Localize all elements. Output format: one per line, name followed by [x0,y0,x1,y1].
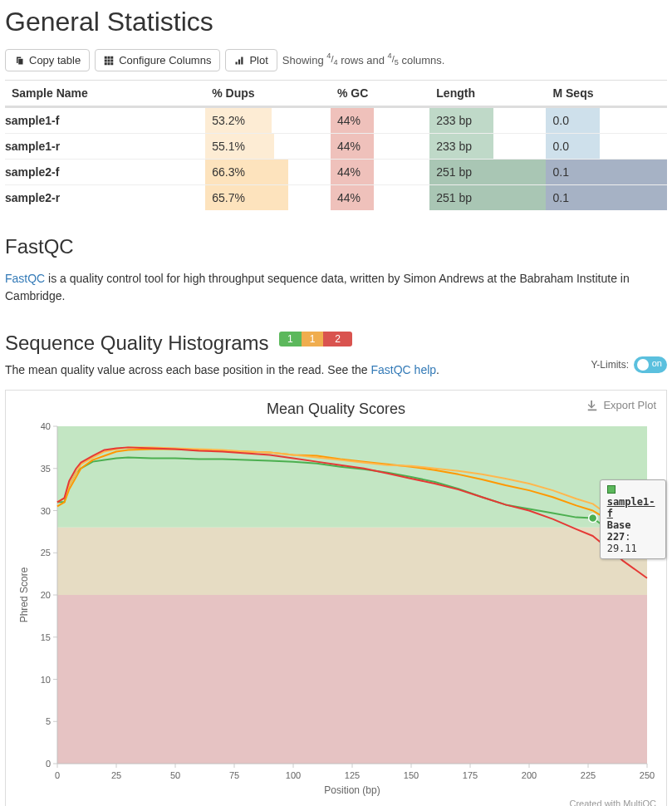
fastqc-description: FastQC is a quality control tool for hig… [5,270,667,305]
length-cell: 251 bp [429,160,546,185]
ylimits-toggle[interactable]: on [634,356,667,373]
svg-text:75: 75 [229,770,239,780]
quality-plot[interactable]: 0510152025303540025507510012515017520022… [16,423,655,797]
svg-text:Phred Score: Phred Score [18,567,30,622]
fastqc-title: FastQC [5,235,667,258]
badge-fail: 2 [323,332,352,346]
plot-title: Mean Quality Scores [16,401,656,418]
gc-cell: 44% [331,185,429,211]
sample-name-cell[interactable]: sample1-r [5,134,205,160]
svg-point-47 [589,514,597,523]
svg-text:35: 35 [41,464,51,474]
table-row: sample1-r55.1%44%233 bp0.0 [5,134,667,160]
gc-cell: 44% [331,107,429,134]
section-title: Sequence Quality Histograms [5,332,268,355]
showing-text: Showing 4/4 rows and 4/5 columns. [282,53,445,68]
column-header[interactable]: % Dups [205,81,331,107]
dups-cell: 53.2% [205,107,331,134]
svg-text:125: 125 [345,770,360,780]
badge-warn: 1 [302,332,324,346]
plot-button[interactable]: Plot [225,49,277,71]
copy-table-label: Copy table [29,54,81,66]
svg-text:0: 0 [55,770,60,780]
fastqc-link[interactable]: FastQC [5,272,45,285]
svg-text:30: 30 [41,506,51,516]
column-header[interactable]: M Seqs [546,81,667,107]
svg-text:225: 225 [581,770,596,780]
configure-columns-label: Configure Columns [119,54,211,66]
badge-pass: 1 [279,332,302,346]
svg-text:Position (bp): Position (bp) [324,784,380,796]
configure-columns-button[interactable]: Configure Columns [95,49,220,71]
table-row: sample2-f66.3%44%251 bp0.1 [5,160,667,185]
table-toolbar: Copy table Configure Columns Plot Showin… [5,49,667,71]
sample-name-cell[interactable]: sample2-r [5,185,205,211]
svg-text:100: 100 [286,770,301,780]
export-plot-button[interactable]: Export Plot [586,399,656,411]
status-badges: 112 [279,331,352,346]
svg-rect-1 [57,528,647,595]
mseqs-cell: 0.1 [546,185,667,211]
ylimits-label: Y-Limits: [591,359,629,371]
column-header[interactable]: Length [429,81,546,107]
column-header[interactable]: Sample Name [5,81,205,107]
svg-text:15: 15 [41,632,51,642]
copy-icon [14,56,24,66]
download-icon [586,400,598,411]
svg-text:150: 150 [404,770,419,780]
table-row: sample2-r65.7%44%251 bp0.1 [5,185,667,211]
dups-cell: 65.7% [205,185,331,211]
svg-text:25: 25 [41,548,51,558]
gc-cell: 44% [331,160,429,185]
svg-text:250: 250 [640,770,655,780]
sample-name-cell[interactable]: sample1-f [5,107,205,134]
length-cell: 233 bp [429,134,546,160]
mseqs-cell: 0.1 [546,160,667,185]
svg-rect-2 [57,595,647,764]
column-header[interactable]: % GC [331,81,429,107]
copy-table-button[interactable]: Copy table [5,49,90,71]
svg-rect-0 [57,426,647,528]
svg-text:20: 20 [41,590,51,600]
table-row: sample1-f53.2%44%233 bp0.0 [5,107,667,134]
length-cell: 233 bp [429,107,546,134]
svg-text:0: 0 [46,759,51,769]
svg-text:40: 40 [41,423,51,431]
dups-cell: 66.3% [205,160,331,185]
general-stats-table: Sample Name% Dups% GCLengthM Seqs sample… [5,80,667,210]
gc-cell: 44% [331,134,429,160]
grid-icon [104,56,114,66]
plot-credit: Created with MultiQC [16,799,656,806]
svg-text:200: 200 [522,770,537,780]
quality-plot-container: Export Plot Mean Quality Scores 05101520… [5,390,667,806]
svg-text:10: 10 [41,675,51,685]
svg-text:5: 5 [46,716,51,726]
general-stats-title: General Statistics [5,7,667,37]
sample-name-cell[interactable]: sample2-f [5,160,205,185]
mseqs-cell: 0.0 [546,107,667,134]
mseqs-cell: 0.0 [546,134,667,160]
length-cell: 251 bp [429,185,546,211]
dups-cell: 55.1% [205,134,331,160]
svg-text:25: 25 [111,770,121,780]
fastqc-help-link[interactable]: FastQC help [371,363,437,376]
svg-text:175: 175 [463,770,478,780]
svg-text:50: 50 [170,770,180,780]
plot-button-label: Plot [249,54,267,66]
bar-chart-icon [234,56,244,66]
section-subtitle: The mean quality value across each base … [5,363,667,376]
plot-tooltip: sample1-f Base 227: 29.11 [600,479,666,559]
